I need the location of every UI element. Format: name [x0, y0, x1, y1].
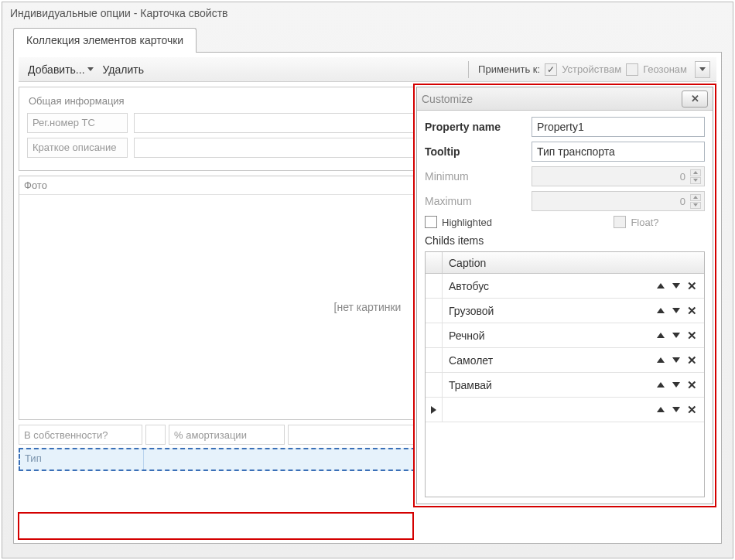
delete-button[interactable]: Удалить: [100, 62, 147, 77]
arrow-up-icon: [657, 407, 665, 412]
row-indicator: [426, 274, 443, 298]
delete-row-button[interactable]: ✕: [687, 282, 696, 291]
chevron-down-icon: [87, 67, 94, 71]
caption-cell[interactable]: Речной: [443, 330, 648, 342]
arrow-up-icon: [657, 382, 665, 388]
arrow-up-icon: [657, 357, 665, 363]
caption-cell[interactable]: Автобус: [443, 280, 648, 292]
highlighted-label: Highlighted: [442, 217, 492, 228]
arrow-down-icon: [672, 283, 680, 289]
tab-collection[interactable]: Коллекция элементов карточки: [13, 28, 197, 53]
minimum-label: Minimum: [425, 170, 525, 183]
arrow-up-icon: [657, 333, 665, 338]
caption-cell[interactable]: Грузовой: [443, 305, 648, 317]
maximum-value: 0: [535, 196, 690, 207]
grid-row-new[interactable]: ✕: [426, 398, 704, 422]
chevron-down-icon: [693, 203, 698, 207]
move-up-button[interactable]: [656, 356, 665, 365]
caption-cell[interactable]: Самолет: [443, 354, 648, 367]
move-down-button[interactable]: [672, 282, 681, 291]
arrow-up-icon: [657, 283, 665, 289]
highlighted-checkbox[interactable]: [425, 216, 437, 228]
type-label: Тип: [20, 449, 144, 470]
window: Индивидуальные опции - Карточка свойств …: [2, 2, 733, 558]
grid-row[interactable]: Речной ✕: [426, 323, 704, 348]
move-down-button[interactable]: [672, 381, 681, 390]
property-name-input[interactable]: [532, 117, 705, 137]
close-button[interactable]: ✕: [682, 90, 708, 108]
delete-row-button[interactable]: ✕: [687, 405, 696, 415]
toolbar: Добавить... Удалить Применить к: ✓ Устро…: [19, 57, 716, 82]
row-indicator: [426, 299, 443, 323]
delete-button-label: Удалить: [103, 63, 144, 76]
move-up-button[interactable]: [656, 282, 665, 291]
grid-header: Caption: [426, 252, 704, 274]
highlight-type-row: [18, 512, 414, 540]
grid-row[interactable]: Автобус ✕: [426, 274, 704, 299]
grid-indicator-header: [426, 252, 443, 273]
maximum-down[interactable]: [690, 202, 701, 209]
delete-row-button[interactable]: ✕: [687, 306, 696, 316]
move-up-button[interactable]: [656, 381, 665, 390]
childs-grid: Caption Автобус ✕: [425, 251, 705, 497]
tooltip-input[interactable]: [532, 142, 705, 162]
arrow-up-icon: [657, 308, 665, 313]
row-pointer-icon: [431, 406, 436, 414]
customize-header: Customize ✕: [417, 87, 713, 111]
minimum-value: 0: [535, 171, 690, 183]
customize-body: Property name Tooltip Minimum 0: [417, 111, 713, 504]
minimum-spinner: 0: [532, 166, 705, 186]
move-down-button[interactable]: [672, 405, 681, 415]
tab-body: Добавить... Удалить Применить к: ✓ Устро…: [13, 52, 722, 544]
devices-label: Устройствам: [562, 63, 621, 75]
window-title: Индивидуальные опции - Карточка свойств: [2, 2, 733, 22]
toolbar-right: Применить к: ✓ Устройствам Геозонам: [463, 61, 710, 78]
geozones-checkbox[interactable]: [626, 63, 638, 76]
caption-cell[interactable]: Трамвай: [443, 379, 648, 391]
grid-row[interactable]: Самолет ✕: [426, 348, 704, 373]
close-icon: ✕: [691, 93, 699, 104]
arrow-down-icon: [672, 407, 680, 412]
grid-row[interactable]: Грузовой ✕: [426, 299, 704, 323]
minimum-up[interactable]: [690, 169, 701, 176]
arrow-down-icon: [672, 308, 680, 313]
row-indicator: [426, 323, 443, 347]
chevron-up-icon: [693, 196, 698, 199]
short-desc-label: Краткое описание: [27, 138, 128, 158]
add-button[interactable]: Добавить...: [25, 62, 97, 77]
caption-column-header[interactable]: Caption: [443, 257, 704, 269]
toolbar-separator: [468, 61, 469, 78]
delete-row-button[interactable]: ✕: [687, 356, 696, 365]
chevron-down-icon: [693, 179, 698, 182]
tooltip-label: Tooltip: [425, 145, 525, 158]
move-up-button[interactable]: [656, 405, 665, 415]
arrow-down-icon: [672, 333, 680, 338]
tab-header: Коллекция элементов карточки: [13, 27, 722, 52]
devices-checkbox[interactable]: ✓: [545, 63, 557, 76]
apply-to-label: Применить к:: [478, 63, 540, 75]
move-down-button[interactable]: [672, 331, 681, 340]
arrow-down-icon: [672, 357, 680, 363]
move-down-button[interactable]: [672, 356, 681, 365]
owned-label: В собственности?: [19, 425, 142, 445]
childs-items-label: Childs items: [425, 234, 705, 247]
customize-inner: Customize ✕ Property name Tooltip: [416, 87, 713, 504]
add-button-label: Добавить...: [28, 63, 85, 76]
maximum-label: Maximum: [425, 195, 525, 207]
tab-container: Коллекция элементов карточки Добавить...…: [13, 27, 722, 558]
toolbar-dropdown-button[interactable]: [695, 61, 710, 78]
move-up-button[interactable]: [656, 331, 665, 340]
grid-row[interactable]: Трамвай ✕: [426, 373, 704, 398]
property-name-label: Property name: [425, 121, 525, 133]
customize-title: Customize: [422, 93, 682, 105]
minimum-down[interactable]: [690, 177, 701, 184]
delete-row-button[interactable]: ✕: [687, 331, 696, 340]
customize-popup: Customize ✕ Property name Tooltip: [413, 84, 716, 507]
owned-checkbox[interactable]: [145, 425, 166, 445]
move-down-button[interactable]: [672, 306, 681, 316]
delete-row-button[interactable]: ✕: [687, 381, 696, 390]
float-checkbox[interactable]: [614, 216, 626, 228]
maximum-up[interactable]: [690, 194, 701, 201]
row-indicator: [426, 373, 443, 397]
move-up-button[interactable]: [656, 306, 665, 316]
